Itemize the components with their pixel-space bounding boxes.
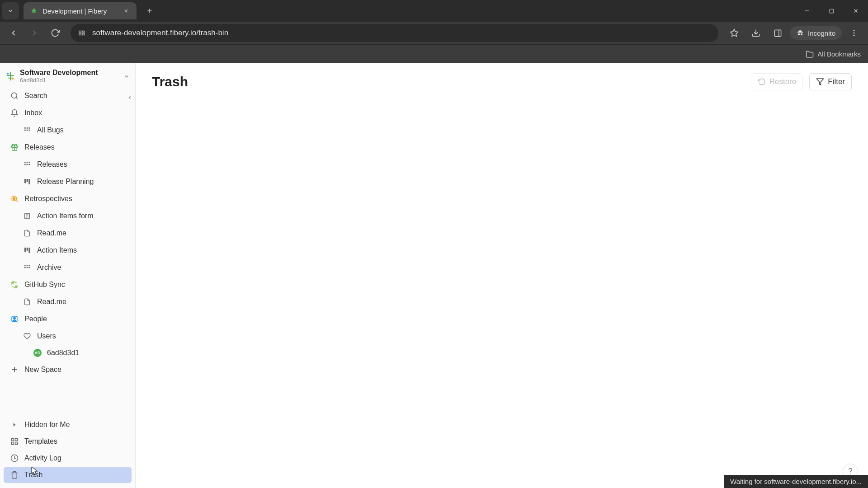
svg-rect-35	[24, 164, 26, 165]
trash-icon	[10, 470, 19, 479]
workspace-name: Software Development	[20, 69, 119, 77]
sidebar-item-trash[interactable]: Trash	[4, 467, 132, 483]
svg-rect-28	[28, 130, 30, 131]
svg-point-58	[14, 317, 16, 319]
all-bugs-label: All Bugs	[37, 126, 64, 134]
grid-icon	[23, 263, 32, 272]
grid-icon	[23, 160, 32, 169]
collapse-sidebar-button[interactable]	[124, 92, 135, 103]
svg-rect-26	[24, 130, 26, 131]
grid-icon	[23, 126, 32, 135]
maximize-button[interactable]	[819, 0, 844, 22]
sidebar-item-users[interactable]: Users	[4, 328, 132, 344]
templates-label: Templates	[24, 437, 57, 446]
back-button[interactable]	[5, 24, 23, 42]
all-bookmarks-label: All Bookmarks	[817, 50, 861, 58]
search-label: Search	[24, 92, 47, 100]
sidebar-item-hidden[interactable]: Hidden for Me	[4, 417, 132, 433]
svg-point-21	[11, 93, 17, 98]
sidebar-item-action-items-form[interactable]: Action Items form	[4, 208, 132, 224]
svg-marker-67	[817, 79, 824, 85]
plus-icon	[10, 365, 19, 374]
browser-menu-icon[interactable]	[844, 24, 863, 42]
sidebar-item-activity-log[interactable]: Activity Log	[4, 450, 132, 466]
sidebar-item-releases[interactable]: Releases	[4, 156, 132, 173]
document-icon	[23, 297, 32, 306]
svg-rect-24	[27, 127, 28, 129]
browser-tab[interactable]: Development | Fibery	[24, 2, 137, 19]
minimize-button[interactable]	[795, 0, 819, 22]
svg-rect-38	[24, 179, 26, 183]
chevron-right-icon	[10, 420, 19, 429]
sidebar-item-all-bugs[interactable]: All Bugs	[4, 122, 132, 138]
workspace-id: 6ad8d3d1	[20, 77, 119, 84]
sidebar-item-search[interactable]: Search	[4, 88, 132, 104]
help-label: ?	[848, 467, 852, 476]
sidebar-item-templates[interactable]: Templates	[4, 433, 132, 450]
people-label: People	[24, 315, 47, 323]
sidebar-item-release-planning[interactable]: Release Planning	[4, 174, 132, 190]
workspace-logo-icon	[5, 71, 15, 81]
reload-button[interactable]	[46, 24, 64, 42]
readme-1-label: Read.me	[37, 229, 66, 237]
hidden-label: Hidden for Me	[24, 421, 70, 429]
svg-rect-27	[27, 130, 28, 131]
svg-rect-63	[15, 438, 18, 441]
sidebar-section-github-sync[interactable]: GitHub Sync	[4, 277, 132, 293]
svg-rect-49	[27, 248, 28, 251]
action-items-label: Action Items	[37, 246, 77, 254]
forward-button[interactable]	[25, 24, 43, 42]
svg-rect-65	[15, 442, 18, 445]
svg-rect-62	[11, 438, 14, 441]
svg-rect-34	[28, 162, 30, 163]
svg-rect-40	[28, 179, 30, 184]
restore-label: Restore	[769, 77, 797, 86]
new-tab-button[interactable]	[143, 4, 156, 18]
svg-marker-61	[14, 423, 16, 427]
svg-rect-25	[28, 127, 30, 129]
restore-button[interactable]: Restore	[751, 73, 803, 90]
board-icon	[23, 246, 32, 255]
svg-point-43	[13, 197, 15, 200]
filter-button[interactable]: Filter	[809, 73, 852, 90]
incognito-badge[interactable]: Incognito	[790, 26, 842, 40]
sidebar-section-retrospectives[interactable]: Retrospectives	[4, 191, 132, 207]
address-bar[interactable]: software-development.fibery.io/trash-bin	[71, 24, 718, 42]
sidebar-item-inbox[interactable]: Inbox	[4, 105, 132, 121]
templates-icon	[10, 437, 19, 446]
sidebar-item-readme-2[interactable]: Read.me	[4, 294, 132, 310]
bell-icon	[10, 108, 19, 117]
sidebar-section-releases[interactable]: Releases	[4, 139, 132, 155]
svg-rect-64	[11, 442, 14, 445]
sidebar-item-readme-1[interactable]: Read.me	[4, 225, 132, 241]
sidebar-item-new-space[interactable]: New Space	[4, 361, 132, 378]
svg-line-22	[16, 97, 17, 99]
inbox-label: Inbox	[24, 109, 42, 117]
site-settings-icon[interactable]	[78, 29, 86, 37]
bookmarks-separator	[799, 49, 799, 59]
document-icon	[23, 229, 32, 238]
svg-point-17	[854, 33, 855, 34]
svg-rect-10	[79, 34, 81, 35]
close-tab-icon[interactable]	[122, 7, 130, 15]
svg-rect-36	[27, 164, 28, 165]
sidebar-section-people[interactable]: People	[4, 311, 132, 327]
sidebar-item-user[interactable]: AD 6ad8d3d1	[4, 345, 132, 361]
svg-rect-14	[774, 30, 781, 36]
tab-search-dropdown[interactable]	[2, 2, 19, 19]
releases-section-label: Releases	[24, 143, 55, 151]
all-bookmarks-button[interactable]: All Bookmarks	[806, 50, 861, 58]
svg-rect-48	[24, 248, 26, 252]
svg-point-20	[12, 78, 14, 80]
bookmark-star-icon[interactable]	[725, 24, 744, 42]
magnifier-icon	[10, 194, 19, 203]
sidebar-item-action-items[interactable]: Action Items	[4, 242, 132, 258]
sidebar-item-archive[interactable]: Archive	[4, 259, 132, 276]
chevron-down-icon	[123, 73, 130, 80]
downloads-icon[interactable]	[746, 24, 765, 42]
workspace-switcher[interactable]: Software Development 6ad8d3d1	[0, 63, 135, 87]
close-window-button[interactable]	[844, 0, 868, 22]
board-icon	[23, 177, 32, 186]
side-panel-icon[interactable]	[768, 24, 787, 42]
tab-title: Development | Fibery	[42, 7, 118, 15]
